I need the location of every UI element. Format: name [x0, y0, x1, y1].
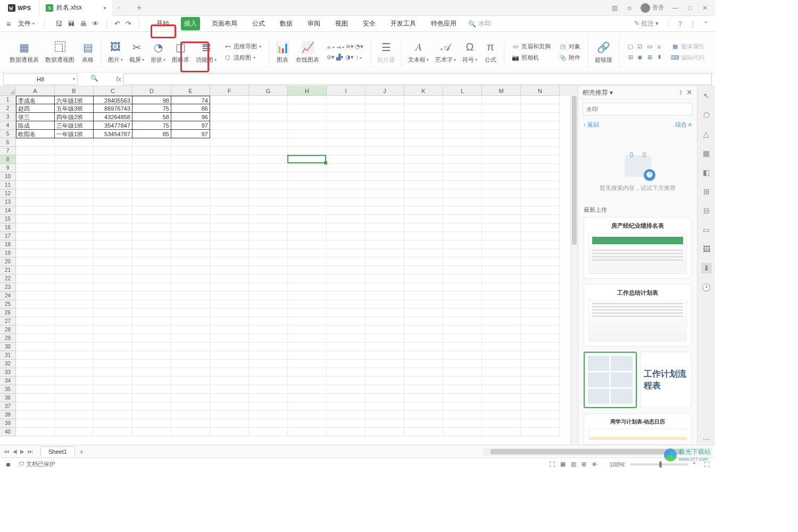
- cell[interactable]: [55, 292, 94, 300]
- cell[interactable]: [249, 96, 288, 104]
- cell[interactable]: [482, 164, 521, 172]
- cell[interactable]: [521, 249, 560, 257]
- row-header[interactable]: 2: [0, 104, 16, 113]
- data-cell[interactable]: 97: [171, 121, 210, 130]
- cell[interactable]: [94, 283, 132, 292]
- reading-mode-icon[interactable]: 👁: [592, 461, 597, 468]
- cell[interactable]: [521, 240, 560, 249]
- cell[interactable]: [210, 164, 249, 172]
- cell[interactable]: [365, 121, 404, 130]
- tab-special[interactable]: 特色应用: [428, 17, 460, 30]
- ribbon-search[interactable]: 🔍 水印: [468, 19, 491, 28]
- cell[interactable]: [327, 360, 365, 368]
- function-chart-button[interactable]: 𝌆 功能图▾: [193, 38, 220, 66]
- cell[interactable]: [171, 257, 210, 266]
- cell[interactable]: [443, 368, 482, 377]
- cell[interactable]: [16, 394, 55, 402]
- cell[interactable]: [288, 181, 327, 189]
- cell[interactable]: [365, 402, 404, 411]
- cell[interactable]: [327, 240, 365, 249]
- cell[interactable]: [404, 317, 443, 326]
- cell[interactable]: [55, 189, 94, 198]
- cell[interactable]: [16, 292, 55, 300]
- cell[interactable]: [171, 266, 210, 275]
- cell[interactable]: [327, 292, 365, 300]
- cell[interactable]: [16, 360, 55, 368]
- cell[interactable]: [443, 121, 482, 130]
- cell[interactable]: [482, 419, 521, 428]
- cell[interactable]: [55, 326, 94, 334]
- cell[interactable]: [482, 181, 521, 189]
- cell[interactable]: [521, 428, 560, 436]
- cell[interactable]: [521, 198, 560, 206]
- cell[interactable]: [210, 189, 249, 198]
- row-header[interactable]: 9: [0, 164, 16, 172]
- cell[interactable]: [55, 266, 94, 275]
- cell[interactable]: [404, 343, 443, 351]
- cell[interactable]: [288, 419, 327, 428]
- cell[interactable]: [288, 368, 327, 377]
- cell[interactable]: [171, 138, 210, 147]
- panel-back-link[interactable]: ‹ 返回: [584, 121, 599, 129]
- cell[interactable]: [521, 385, 560, 394]
- cell[interactable]: [482, 215, 521, 223]
- cell[interactable]: [94, 172, 132, 181]
- cell[interactable]: [249, 283, 288, 292]
- cell[interactable]: [404, 155, 443, 164]
- cell[interactable]: [404, 283, 443, 292]
- cell[interactable]: [249, 189, 288, 198]
- data-cell[interactable]: 58: [132, 113, 171, 121]
- cell[interactable]: [404, 292, 443, 300]
- cell[interactable]: [132, 206, 171, 215]
- header-footer-button[interactable]: ▭页眉和页脚: [510, 41, 553, 52]
- cell[interactable]: [132, 394, 171, 402]
- cell[interactable]: [365, 343, 404, 351]
- download-icon[interactable]: ⬇: [701, 263, 712, 273]
- cell[interactable]: [404, 206, 443, 215]
- cell[interactable]: [521, 147, 560, 155]
- cell[interactable]: [327, 309, 365, 317]
- cell[interactable]: [288, 104, 327, 113]
- template-card[interactable]: 工作计划流程表: [640, 352, 692, 408]
- cell[interactable]: [521, 334, 560, 343]
- cell[interactable]: [249, 292, 288, 300]
- row-header[interactable]: 16: [0, 223, 16, 232]
- cell[interactable]: [132, 266, 171, 275]
- template-card[interactable]: [584, 352, 637, 408]
- cell[interactable]: [249, 121, 288, 130]
- cell[interactable]: [55, 377, 94, 385]
- cell[interactable]: [521, 377, 560, 385]
- cell[interactable]: [443, 300, 482, 309]
- panel-close-icon[interactable]: ✕: [686, 89, 693, 96]
- cell[interactable]: [443, 385, 482, 394]
- cell[interactable]: [132, 172, 171, 181]
- cell[interactable]: [365, 198, 404, 206]
- print-icon[interactable]: 🖶: [80, 20, 87, 28]
- cell[interactable]: [249, 360, 288, 368]
- cell[interactable]: [132, 419, 171, 428]
- cell[interactable]: [404, 249, 443, 257]
- row-header[interactable]: 26: [0, 309, 16, 317]
- data-cell[interactable]: 赵四: [16, 104, 55, 113]
- cell[interactable]: [132, 181, 171, 189]
- cell[interactable]: [249, 155, 288, 164]
- cell[interactable]: [404, 113, 443, 121]
- document-tab[interactable]: S 姓名.xlsx ●: [39, 0, 113, 16]
- cell[interactable]: [482, 283, 521, 292]
- cell[interactable]: [132, 309, 171, 317]
- cell[interactable]: [482, 147, 521, 155]
- cell[interactable]: [365, 138, 404, 147]
- row-header[interactable]: 8: [0, 155, 16, 164]
- cell[interactable]: [482, 402, 521, 411]
- row-header[interactable]: 31: [0, 351, 16, 360]
- cell[interactable]: [327, 377, 365, 385]
- cell[interactable]: [521, 419, 560, 428]
- cell[interactable]: [288, 394, 327, 402]
- cell[interactable]: [327, 300, 365, 309]
- cell[interactable]: [365, 257, 404, 266]
- row-header[interactable]: 33: [0, 368, 16, 377]
- cell[interactable]: [94, 155, 132, 164]
- tab-start[interactable]: 开始: [153, 17, 172, 30]
- cell[interactable]: [16, 138, 55, 147]
- cell[interactable]: [171, 343, 210, 351]
